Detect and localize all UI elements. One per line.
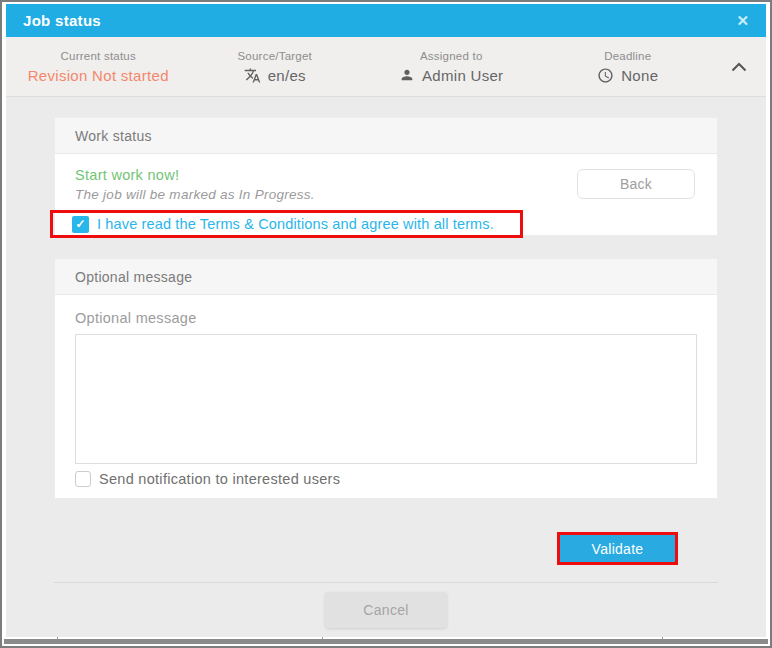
deadline-text: None [621, 67, 658, 84]
work-status-card-body: Start work now! The job will be marked a… [55, 154, 717, 235]
status-col-source-target: Source/Target en/es [187, 37, 364, 96]
assigned-to-value: Admin User [399, 67, 503, 84]
back-button[interactable]: Back [577, 169, 695, 199]
highlight-box-validate: Validate [557, 532, 678, 565]
notify-row: Send notification to interested users [75, 471, 697, 487]
background-page-edge [4, 637, 768, 644]
work-status-card: Work status Start work now! The job will… [54, 117, 718, 236]
source-target-value: en/es [244, 67, 306, 84]
clock-icon [597, 67, 614, 84]
notify-checkbox[interactable] [75, 471, 91, 487]
optional-message-card-body: Optional message Send notification to in… [55, 295, 717, 498]
job-summary-bar: Current status Revision Not started Sour… [6, 37, 766, 97]
cancel-button[interactable]: Cancel [325, 592, 447, 628]
terms-checkbox[interactable]: ✓ [72, 216, 89, 233]
optional-message-textarea[interactable] [75, 334, 697, 464]
close-icon[interactable]: ✕ [736, 13, 749, 28]
job-status-dialog: Job status ✕ Current status Revision Not… [6, 4, 766, 637]
window-frame: Job status ✕ Current status Revision Not… [0, 0, 772, 648]
optional-message-title: Optional message [75, 269, 192, 285]
status-label: Deadline [604, 50, 651, 62]
notify-checkbox-label[interactable]: Send notification to interested users [99, 471, 340, 487]
validate-button[interactable]: Validate [560, 535, 675, 562]
deadline-value: None [597, 67, 658, 84]
terms-checkbox-label[interactable]: I have read the Terms & Conditions and a… [97, 216, 494, 232]
work-status-title: Work status [75, 128, 152, 144]
status-col-deadline: Deadline None [540, 37, 717, 96]
optional-message-field-label: Optional message [75, 310, 697, 326]
chevron-up-icon[interactable] [716, 37, 762, 96]
dialog-header: Job status ✕ [6, 4, 766, 37]
dialog-footer: Cancel [54, 582, 718, 637]
status-col-current-status: Current status Revision Not started [10, 37, 187, 96]
optional-message-card-header: Optional message [55, 259, 717, 295]
translate-icon [244, 67, 261, 84]
work-status-card-header: Work status [55, 118, 717, 154]
assignee-name: Admin User [422, 67, 503, 84]
window-bottom-bar [4, 639, 768, 644]
dialog-title: Job status [23, 12, 101, 29]
status-col-assigned-to: Assigned to Admin User [363, 37, 540, 96]
dialog-body: Work status Start work now! The job will… [6, 97, 766, 637]
highlight-box-terms: ✓ I have read the Terms & Conditions and… [50, 210, 523, 238]
current-status-value: Revision Not started [28, 67, 169, 84]
status-label: Assigned to [420, 50, 483, 62]
validate-row: Validate [54, 532, 718, 565]
language-pair: en/es [268, 67, 306, 84]
status-label: Current status [61, 50, 136, 62]
optional-message-card: Optional message Optional message Send n… [54, 258, 718, 499]
person-icon [399, 67, 415, 83]
status-label: Source/Target [237, 50, 312, 62]
